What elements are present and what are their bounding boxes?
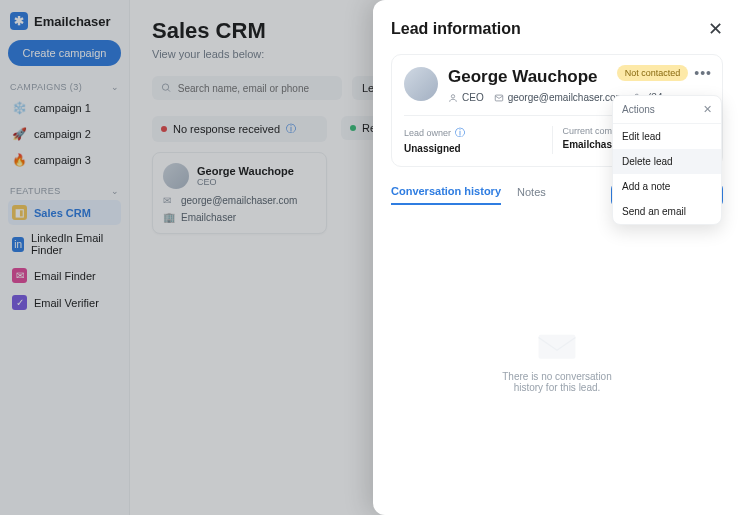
action-delete-lead[interactable]: Delete lead — [613, 149, 721, 174]
lead-role: CEO — [448, 92, 484, 103]
envelope-icon — [533, 329, 581, 363]
action-edit-lead[interactable]: Edit lead — [613, 124, 721, 149]
svg-point-2 — [451, 94, 454, 97]
more-actions-button[interactable]: ••• — [694, 65, 712, 81]
owner-value: Unassigned — [404, 143, 542, 154]
actions-menu: Actions ✕ Edit lead Delete lead Add a no… — [612, 95, 722, 225]
actions-close-button[interactable]: ✕ — [703, 103, 712, 116]
tab-notes[interactable]: Notes — [517, 186, 546, 204]
actions-header: Actions — [622, 104, 655, 115]
user-icon — [448, 93, 458, 103]
action-add-note[interactable]: Add a note — [613, 174, 721, 199]
empty-state: There is no conversation history for thi… — [391, 207, 723, 515]
empty-line-2: history for this lead. — [502, 382, 612, 393]
owner-label: Lead owner — [404, 128, 451, 138]
lead-owner-cell: Lead ownerⓘ Unassigned — [404, 126, 553, 154]
lead-email: george@emailchaser.com — [494, 92, 624, 103]
empty-line-1: There is no conversation — [502, 371, 612, 382]
action-send-email[interactable]: Send an email — [613, 199, 721, 224]
mail-icon — [494, 93, 504, 103]
modal-title: Lead information — [391, 20, 521, 38]
status-badge: Not contacted — [617, 65, 689, 81]
lead-summary: Not contacted ••• George Wauchope CEO ge… — [391, 54, 723, 167]
svg-rect-4 — [539, 335, 576, 359]
lead-info-modal: Lead information ✕ Not contacted ••• Geo… — [373, 0, 741, 515]
tab-conversation-history[interactable]: Conversation history — [391, 185, 501, 205]
close-button[interactable]: ✕ — [708, 18, 723, 40]
avatar — [404, 67, 438, 101]
info-icon[interactable]: ⓘ — [455, 126, 465, 140]
